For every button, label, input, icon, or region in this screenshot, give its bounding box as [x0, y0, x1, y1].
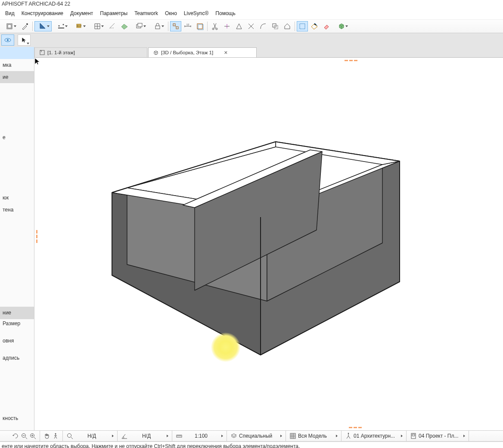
hint-bar: енте или начертите область выбора. Нажми…	[0, 442, 503, 448]
snap-object-button[interactable]	[170, 21, 181, 31]
sidebar-item[interactable]	[0, 47, 34, 59]
sidebar-list-item[interactable]	[0, 345, 34, 354]
magnifier-icon	[66, 432, 73, 439]
cursor-icon	[34, 58, 40, 65]
reno-filter-dropdown[interactable]: 01 Архитектурн...	[343, 432, 404, 439]
sidebar-item[interactable]: юк	[0, 192, 34, 204]
sidebar-item[interactable]	[0, 143, 34, 156]
sidebar-item[interactable]	[0, 119, 34, 131]
svg-point-54	[68, 434, 71, 438]
cut-button[interactable]	[209, 21, 220, 31]
triangle-tool-button[interactable]	[34, 21, 52, 31]
sidebar-item[interactable]: е	[0, 131, 34, 143]
svg-point-4	[59, 25, 60, 27]
plane-button[interactable]	[119, 21, 130, 31]
sidebar-item[interactable]: тена	[0, 204, 34, 216]
marquee-select-button[interactable]	[297, 21, 308, 31]
sidebar-list-item[interactable]: кность	[0, 414, 34, 423]
intersect-button[interactable]	[245, 21, 257, 31]
sidebar-list-item[interactable]	[0, 397, 34, 405]
elevation-tool-button[interactable]: ELV	[71, 21, 88, 31]
dimension-snap-button[interactable]: 12	[182, 21, 193, 31]
view-tabs: [1. 1-й этаж][3D / Выборка, Этаж 1]×	[34, 47, 503, 58]
sheet-icon	[410, 432, 417, 439]
sidebar-item[interactable]: ие	[0, 71, 34, 83]
edit-plane-button[interactable]	[309, 21, 320, 31]
svg-rect-28	[300, 24, 305, 29]
menu-item[interactable]: Teamwork	[131, 9, 161, 18]
snap-ruler-button[interactable]	[107, 21, 118, 31]
arrow-mode-button[interactable]	[18, 34, 31, 46]
sidebar-item[interactable]	[0, 83, 34, 95]
close-icon[interactable]: ×	[224, 50, 227, 56]
view-tab[interactable]: [3D / Выборка, Этаж 1]×	[148, 47, 257, 57]
model-view-dropdown[interactable]: Вся Модель	[288, 432, 339, 439]
3d-viewport[interactable]	[34, 58, 503, 430]
zoom-in-icon[interactable]	[29, 432, 36, 439]
status-toolbar: Н/Д Н/Д 1:100 Специальный Вся Модель 01 …	[0, 430, 503, 442]
home-button[interactable]	[282, 21, 293, 31]
sidebar-list-item[interactable]	[0, 405, 34, 414]
sidebar-list-item[interactable]: Размер	[0, 319, 34, 328]
svg-rect-1	[8, 25, 11, 28]
sidebar-section-header[interactable]: ние	[0, 307, 34, 319]
sidebar-item[interactable]	[0, 168, 34, 180]
sidebar-item[interactable]	[0, 107, 34, 119]
layer-combination-dropdown[interactable]: Специальный	[229, 432, 284, 439]
undo-history-button[interactable]	[1, 21, 19, 31]
zoom-level-dropdown[interactable]: Н/Д	[65, 432, 115, 439]
menu-item[interactable]: Параметры	[96, 9, 131, 18]
adjust-button[interactable]	[233, 21, 245, 31]
sidebar-list-item[interactable]: овня	[0, 336, 34, 345]
3d-model-render	[34, 58, 503, 430]
svg-text:12: 12	[186, 23, 189, 26]
sidebar-list-item[interactable]: адпись	[0, 354, 34, 362]
sidebar-item[interactable]	[0, 95, 34, 107]
fillet-button[interactable]	[258, 21, 269, 31]
menu-item[interactable]: Помощь	[212, 9, 239, 18]
svg-rect-9	[138, 23, 142, 27]
sidebar-list-item[interactable]	[0, 388, 34, 397]
view-tab[interactable]: [1. 1-й этаж]	[34, 47, 147, 57]
angle-icon	[121, 432, 128, 439]
trace-button[interactable]	[194, 21, 205, 31]
sidebar-item[interactable]: мка	[0, 59, 34, 71]
sidebar-list-item[interactable]	[0, 362, 34, 371]
grid-tool-button[interactable]	[89, 21, 106, 31]
3d-regen-button[interactable]	[333, 21, 350, 31]
menu-item[interactable]: Документ	[67, 9, 96, 18]
pan-hand-icon[interactable]	[43, 432, 50, 439]
menu-item[interactable]: Вид	[2, 9, 18, 18]
walk-icon[interactable]	[52, 432, 59, 439]
svg-rect-12	[176, 27, 178, 29]
menu-item[interactable]: Окно	[161, 9, 180, 18]
sidebar-list-item[interactable]	[0, 328, 34, 336]
view-eye-button[interactable]	[1, 34, 14, 46]
scale-dropdown[interactable]: 1:100	[174, 432, 225, 439]
app-title: APHISOFT ARCHICAD-64 22	[2, 1, 70, 7]
menu-item[interactable]: LiveSync®	[180, 9, 212, 18]
eyedropper-icon[interactable]	[19, 21, 31, 31]
window-title-bar: APHISOFT ARCHICAD-64 22	[0, 0, 503, 8]
layers-button[interactable]	[131, 21, 148, 31]
svg-rect-60	[290, 433, 295, 439]
eraser-button[interactable]	[321, 21, 332, 31]
svg-point-2	[26, 23, 28, 25]
model-view-icon	[289, 432, 296, 439]
split-button[interactable]	[221, 21, 233, 31]
sidebar-item[interactable]	[0, 180, 34, 192]
horizontal-tool-button[interactable]	[53, 21, 70, 31]
sidebar-list-item[interactable]	[0, 371, 34, 380]
svg-rect-10	[155, 26, 160, 29]
lock-button[interactable]	[149, 21, 166, 31]
menu-item[interactable]: Конструирование	[18, 9, 67, 18]
sidebar-item[interactable]	[0, 156, 34, 168]
rotation-dropdown[interactable]: Н/Д	[119, 432, 170, 439]
sidebar-list-item[interactable]	[0, 380, 34, 388]
layout-dropdown[interactable]: 04 Проект - Пл...	[408, 432, 467, 439]
sidebar-list-item[interactable]	[0, 423, 34, 430]
zoom-prev-icon[interactable]	[12, 432, 19, 439]
zoom-out-icon[interactable]	[21, 432, 28, 439]
resize-button[interactable]	[270, 21, 281, 31]
fork-icon	[345, 432, 352, 439]
